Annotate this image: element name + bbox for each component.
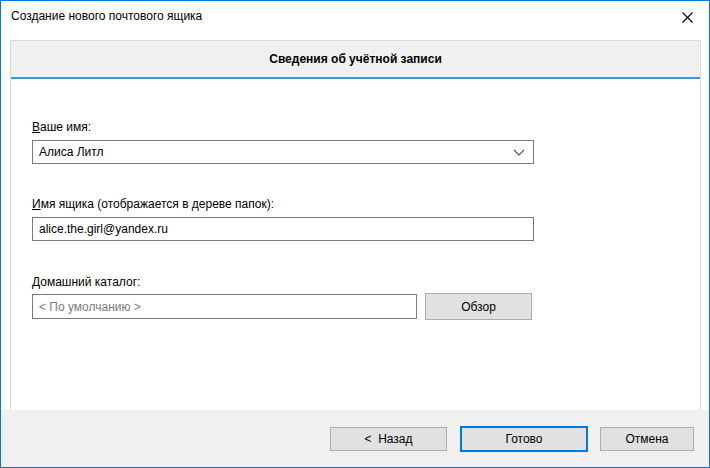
name-label-rest: аше имя: (40, 120, 91, 134)
mailbox-name-input[interactable] (32, 217, 534, 241)
close-icon (681, 11, 694, 24)
name-combobox[interactable]: Алиса Литл (32, 140, 534, 164)
dialog-window: Создание нового почтового ящика Сведения… (0, 0, 710, 468)
mailbox-label: Имя ящика (отображается в дереве папок): (32, 197, 274, 211)
mailbox-label-rest: мя ящика (отображается в дереве папок): (41, 197, 274, 211)
panel-title: Сведения об учётной записи (269, 52, 442, 66)
browse-button[interactable]: Обзор (425, 293, 532, 320)
chevron-down-icon (513, 149, 525, 156)
account-info-panel: Сведения об учётной записи Ваше имя: Али… (10, 40, 701, 411)
panel-header: Сведения об учётной записи (11, 41, 700, 79)
name-label-accel: В (32, 120, 40, 134)
window-title: Создание нового почтового ящика (11, 9, 202, 23)
name-label: Ваше имя: (32, 120, 91, 134)
name-combobox-value: Алиса Литл (39, 145, 104, 159)
footer-bar: < Назад Готово Отмена (1, 410, 709, 467)
homedir-label-rest: омашний каталог: (40, 275, 140, 289)
finish-button[interactable]: Готово (460, 426, 588, 452)
homedir-label: Домашний каталог: (32, 275, 140, 289)
cancel-button[interactable]: Отмена (600, 427, 694, 451)
homedir-input[interactable] (32, 294, 417, 319)
back-button[interactable]: < Назад (330, 427, 447, 451)
titlebar: Создание нового почтового ящика (1, 1, 709, 39)
close-button[interactable] (669, 3, 705, 31)
mailbox-label-accel: И (32, 197, 41, 211)
